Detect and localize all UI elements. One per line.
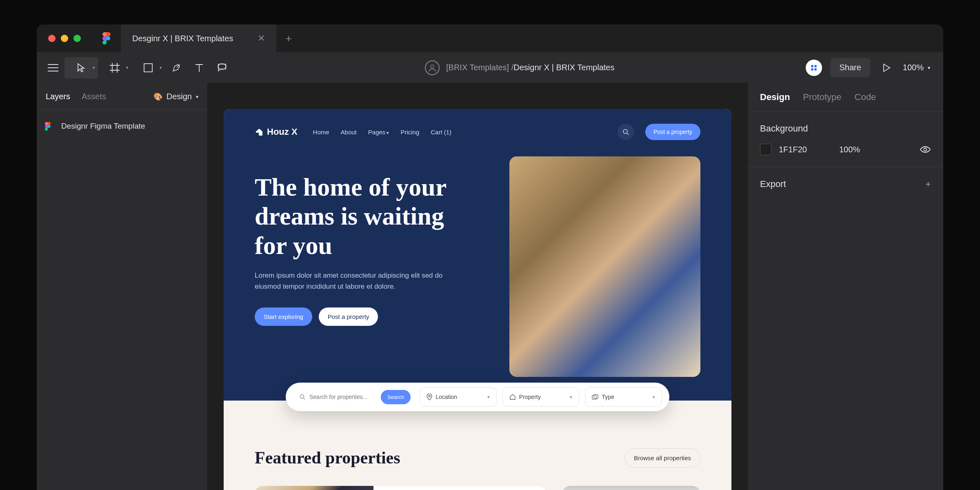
nav-cart[interactable]: Cart (1) [431,129,451,136]
pen-tool-button[interactable] [165,57,188,78]
nav-about[interactable]: About [341,129,357,136]
user-avatar[interactable] [806,60,822,76]
nav-pricing[interactable]: Pricing [400,129,419,136]
breadcrumb: [BRIX Templates] /Designr X | BRIX Templ… [233,60,806,75]
canvas[interactable]: Houz X Home About Pages Pricing Cart (1)… [208,83,747,490]
svg-point-10 [623,129,627,134]
color-swatch[interactable] [760,144,771,155]
location-filter[interactable]: Location ▾ [420,387,497,407]
chevron-down-icon: ▾ [653,394,655,400]
svg-point-15 [924,148,927,151]
property-card[interactable]: Agent at Houz X $8,495,000 USD [255,486,547,490]
text-tool-button[interactable] [188,57,211,78]
share-button[interactable]: Share [830,58,870,77]
color-hex[interactable]: 1F1F20 [779,145,832,154]
page-selector[interactable]: 🎨 Design ▾ [153,92,198,101]
layer-list: Designr Figma Template [37,110,207,143]
chevron-down-icon: ▾ [570,394,572,400]
user-icon [428,63,437,72]
minimize-window-button[interactable] [61,35,68,42]
property-card-small[interactable]: For rent [562,486,700,490]
location-label: Location [436,394,457,400]
comment-tool-button[interactable] [211,57,233,78]
search-input[interactable] [309,394,381,400]
present-button[interactable] [878,63,895,72]
svg-point-8 [48,125,51,128]
text-icon [195,63,204,72]
start-exploring-button[interactable]: Start exploring [255,307,312,326]
shape-tool-button[interactable]: ▾ [131,57,165,78]
tab-prototype[interactable]: Prototype [803,92,841,102]
visibility-toggle[interactable] [920,145,931,154]
cursor-icon [77,63,85,73]
zoom-value: 100% [903,63,924,72]
type-filter[interactable]: Type ▾ [585,387,662,407]
chevron-down-icon: ▾ [196,94,198,100]
site-nav: Houz X Home About Pages Pricing Cart (1)… [255,124,700,140]
layers-icon [592,394,598,400]
tab-design[interactable]: Design [760,92,790,102]
close-tab-button[interactable]: ✕ [258,33,265,44]
hero-section: Houz X Home About Pages Pricing Cart (1)… [224,109,731,401]
export-title: Export [760,179,786,189]
new-tab-button[interactable]: + [276,24,301,52]
rectangle-icon [144,63,153,72]
breadcrumb-text[interactable]: [BRIX Templates] /Designr X | BRIX Templ… [446,63,614,72]
layer-name: Designr Figma Template [61,122,145,131]
add-export-button[interactable]: + [925,178,931,190]
browse-all-button[interactable]: Browse all properties [624,448,700,468]
post-property-cta-button[interactable]: Post a property [319,307,378,326]
search-submit-button[interactable]: Search [381,390,411,404]
svg-point-7 [814,68,817,71]
export-section: Export + [748,167,943,201]
hero-title: The home of your dreams is waiting for y… [255,173,477,260]
zoom-dropdown[interactable]: 100% ▾ [903,63,930,72]
left-panel: Layers Assets 🎨 Design ▾ Designr Figma T… [37,83,208,490]
maximize-window-button[interactable] [73,35,81,42]
titlebar: Desginr X | BRIX Templates ✕ + [37,24,943,52]
search-field[interactable]: Search [293,387,414,407]
file-tab[interactable]: Desginr X | BRIX Templates ✕ [121,24,276,52]
type-label: Type [602,394,614,400]
hero-image [509,156,700,377]
tab-assets[interactable]: Assets [82,92,106,101]
svg-point-2 [218,64,226,69]
move-tool-button[interactable]: ▾ [64,57,98,78]
nav-home[interactable]: Home [313,129,329,136]
brand-name: Houz X [267,127,298,137]
property-filter[interactable]: Property ▾ [502,387,580,407]
close-window-button[interactable] [48,35,56,42]
background-title: Background [760,123,931,134]
toolbar-right: Share 100% ▾ [806,58,938,77]
post-property-button[interactable]: Post a property [645,124,700,140]
featured-header: Featured properties Browse all propertie… [255,448,700,468]
chevron-down-icon: ▾ [160,65,162,70]
layer-item[interactable]: Designr Figma Template [45,118,199,134]
artboard[interactable]: Houz X Home About Pages Pricing Cart (1)… [224,109,731,490]
app-window: Desginr X | BRIX Templates ✕ + ▾ ▾ ▾ [37,24,943,490]
property-cards: Agent at Houz X $8,495,000 USD For rent [255,486,700,490]
nav-pages[interactable]: Pages [368,129,389,136]
frame-tool-button[interactable]: ▾ [98,57,131,78]
frame-icon [110,63,120,73]
color-opacity[interactable]: 100% [839,145,912,154]
background-section: Background 1F1F20 100% [748,112,943,167]
comment-icon [217,62,227,73]
property-thumbnail [255,486,373,490]
tab-code[interactable]: Code [855,92,876,102]
chevron-down-icon: ▾ [93,65,95,70]
hamburger-menu-button[interactable] [42,57,64,78]
chevron-down-icon: ▾ [487,394,490,400]
page-name: Design [167,92,192,101]
tab-layers[interactable]: Layers [46,92,70,101]
right-panel: Design Prototype Code Background 1F1F20 … [747,83,943,490]
search-button[interactable] [618,124,634,140]
hamburger-icon [48,64,58,71]
hero-cta-group: Start exploring Post a property [255,307,477,326]
chevron-down-icon: ▾ [928,65,930,71]
home-icon [509,394,516,400]
palette-icon: 🎨 [153,92,162,101]
author-avatar[interactable] [425,60,440,75]
toolbar-tools: ▾ ▾ ▾ [42,57,233,78]
brand-logo[interactable]: Houz X [255,127,298,137]
